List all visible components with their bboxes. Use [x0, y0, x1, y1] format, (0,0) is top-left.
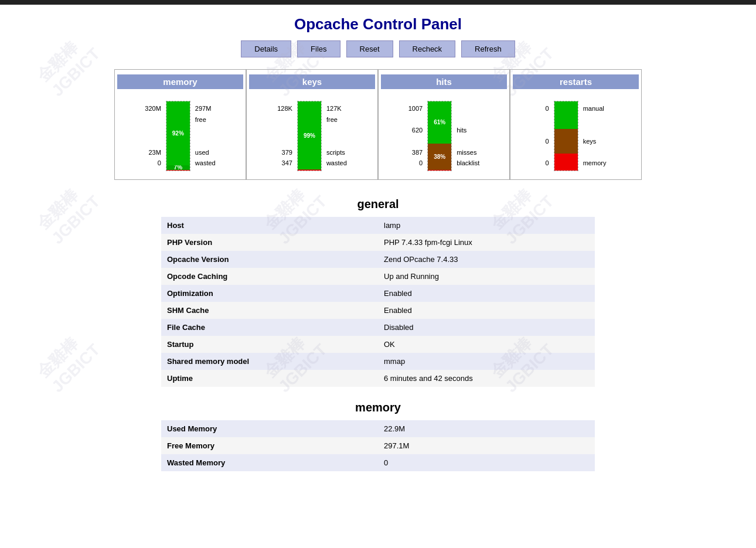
- restarts-memory-bar: [554, 154, 578, 171]
- general-value: OK: [378, 336, 595, 353]
- memory-used-lbl: used: [195, 147, 216, 158]
- general-label: Optimization: [161, 285, 378, 302]
- files-button[interactable]: Files: [297, 40, 340, 57]
- general-value: Enabled: [378, 285, 595, 302]
- keys-header: keys: [249, 74, 375, 89]
- general-label: Startup: [161, 336, 378, 353]
- general-label: Uptime: [161, 370, 378, 387]
- general-row: OptimizationEnabled: [161, 285, 595, 302]
- memory-wasted-lbl: wasted: [195, 158, 216, 169]
- memory-table: Used Memory22.9MFree Memory297.1MWasted …: [161, 420, 595, 471]
- keys-free-val: 127K: [326, 103, 347, 114]
- general-row: Opcache VersionZend OPcache 7.4.33: [161, 251, 595, 268]
- page-title: Opcache Control Panel: [0, 5, 756, 40]
- general-label: PHP Version: [161, 234, 378, 251]
- memory-labels-right: 297M free used wasted: [193, 103, 216, 169]
- general-label: Opcode Caching: [161, 268, 378, 285]
- keys-total-label: 128K: [277, 103, 292, 114]
- memory-section-title: memory: [0, 401, 756, 414]
- general-table: HostlampPHP VersionPHP 7.4.33 fpm-fcgi L…: [161, 217, 595, 387]
- hits-header: hits: [381, 74, 507, 89]
- hits-labels-left: 1007 620 387 0: [408, 103, 425, 169]
- keys-labels-left: 128K 379 347: [277, 103, 295, 169]
- restarts-header: restarts: [513, 74, 639, 89]
- details-button[interactable]: Details: [241, 40, 291, 57]
- keys-bar: 99%: [297, 101, 322, 171]
- memory-wasted-bar: [166, 170, 190, 171]
- memory-free-lbl: free: [195, 114, 216, 125]
- general-label: Opcache Version: [161, 251, 378, 268]
- general-row: File CacheDisabled: [161, 319, 595, 336]
- general-row: Uptime6 minutes and 42 seconds: [161, 370, 595, 387]
- general-value: mmap: [378, 353, 595, 370]
- general-value: lamp: [378, 217, 595, 234]
- general-value: PHP 7.4.33 fpm-fcgi Linux: [378, 234, 595, 251]
- restarts-keys-bar: [554, 129, 578, 153]
- memory-used-bar: 7%: [166, 165, 190, 170]
- general-label: SHM Cache: [161, 302, 378, 319]
- memory-header: memory: [117, 74, 243, 89]
- memory-label: Used Memory: [161, 420, 378, 437]
- general-value: Zend OPcache 7.4.33: [378, 251, 595, 268]
- stats-row: memory 320M 23M 0 92% 7% 297M free us: [114, 69, 642, 180]
- reset-button[interactable]: Reset: [346, 40, 393, 57]
- keys-labels-right: 127K free scripts wasted: [324, 103, 347, 169]
- memory-used-val: 23M: [145, 147, 161, 158]
- restarts-manual-val: 0: [546, 103, 549, 114]
- hits-hits-bar: 61%: [428, 101, 451, 144]
- general-row: PHP VersionPHP 7.4.33 fpm-fcgi Linux: [161, 234, 595, 251]
- general-section-title: general: [0, 198, 756, 211]
- memory-row: Wasted Memory0: [161, 454, 595, 471]
- keys-free-bar: 99%: [298, 101, 321, 169]
- general-row: Opcode CachingUp and Running: [161, 268, 595, 285]
- general-label: Shared memory model: [161, 353, 378, 370]
- keys-wasted-val: 347: [277, 158, 292, 169]
- memory-bar: 92% 7%: [166, 101, 190, 171]
- hits-bar: 61% 38%: [427, 101, 452, 171]
- general-row: Hostlamp: [161, 217, 595, 234]
- general-label: File Cache: [161, 319, 378, 336]
- memory-value: 297.1M: [378, 437, 595, 454]
- hits-misses-lbl: misses: [457, 147, 479, 158]
- general-value: Disabled: [378, 319, 595, 336]
- general-label: Host: [161, 217, 378, 234]
- general-value: Enabled: [378, 302, 595, 319]
- memory-labels-left: 320M 23M 0: [145, 103, 164, 169]
- recheck-button[interactable]: Recheck: [399, 40, 456, 57]
- memory-value: 22.9M: [378, 420, 595, 437]
- hits-misses-val: 387: [408, 147, 423, 158]
- hits-total-label: 1007: [408, 103, 423, 114]
- keys-scripts-lbl: scripts: [326, 147, 347, 158]
- memory-row: Free Memory297.1M: [161, 437, 595, 454]
- general-value: Up and Running: [378, 268, 595, 285]
- restarts-stat-block: restarts 0 0 0 manual keys: [510, 69, 642, 180]
- hits-blacklist-lbl: blacklist: [457, 158, 479, 169]
- restarts-bar: [554, 101, 578, 171]
- general-row: SHM CacheEnabled: [161, 302, 595, 319]
- keys-wasted-lbl: wasted: [326, 158, 347, 169]
- nav-buttons: Details Files Reset Recheck Refresh: [0, 40, 756, 57]
- general-row: Shared memory modelmmap: [161, 353, 595, 370]
- memory-label: Free Memory: [161, 437, 378, 454]
- restarts-labels-left: 0 0 0: [546, 103, 551, 169]
- general-value: 6 minutes and 42 seconds: [378, 370, 595, 387]
- memory-label: Wasted Memory: [161, 454, 378, 471]
- hits-misses-bar: 38%: [428, 144, 451, 170]
- restarts-labels-right: manual keys memory: [581, 103, 607, 169]
- hits-blacklist-val: 0: [408, 158, 423, 169]
- memory-wasted-val: 0: [145, 158, 161, 169]
- keys-scripts-val: 379: [277, 147, 292, 158]
- memory-free-val: 297M: [195, 103, 216, 114]
- memory-stat-block: memory 320M 23M 0 92% 7% 297M free us: [114, 69, 246, 180]
- keys-wasted-bar: [298, 170, 321, 171]
- refresh-button[interactable]: Refresh: [461, 40, 515, 57]
- restarts-memory-lbl: memory: [583, 158, 607, 169]
- restarts-keys-lbl: keys: [583, 136, 607, 147]
- hits-blacklist-bar: [428, 170, 451, 171]
- restarts-keys-val2: 0: [546, 136, 549, 147]
- hits-stat-block: hits 1007 620 387 0 61% 38% hits miss: [378, 69, 510, 180]
- memory-row: Used Memory22.9M: [161, 420, 595, 437]
- keys-free-lbl: free: [326, 114, 347, 125]
- hits-hits-lbl: hits: [457, 125, 479, 136]
- general-row: StartupOK: [161, 336, 595, 353]
